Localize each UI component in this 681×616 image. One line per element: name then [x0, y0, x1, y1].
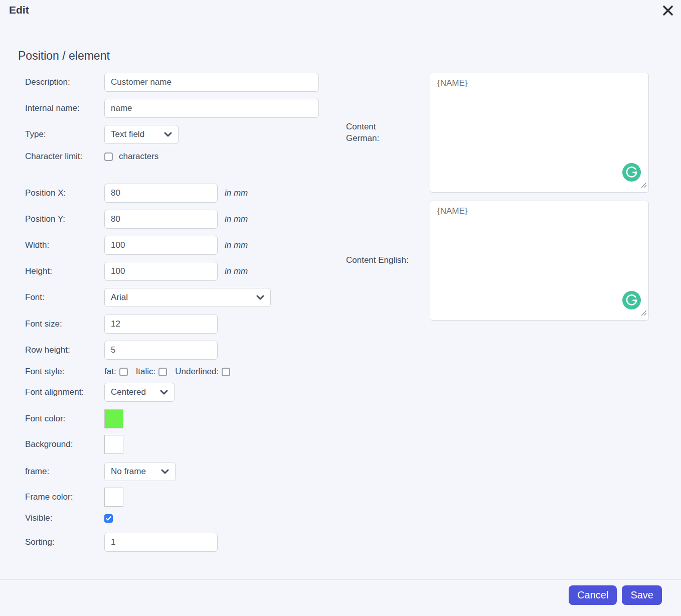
font-select[interactable]: Arial [104, 288, 271, 307]
visible-row: Visible: [25, 513, 320, 523]
content-english-row: Content English: {NAME} [346, 201, 649, 321]
content-english-textarea[interactable]: {NAME} [430, 201, 649, 321]
font-alignment-select-value: Centered [111, 387, 146, 397]
width-row: Width: in mm [25, 236, 320, 255]
content-german-wrapper: {NAME} [430, 73, 649, 193]
font-alignment-select[interactable]: Centered [104, 383, 175, 402]
chevron-down-icon [161, 467, 169, 477]
background-label: Background: [25, 439, 104, 449]
close-button[interactable] [661, 4, 675, 18]
frame-color-swatch[interactable] [104, 488, 123, 507]
dialog-header: Edit [0, 0, 681, 16]
frame-row: frame: No frame [25, 462, 320, 481]
content-german-label: Content German: [346, 121, 430, 144]
font-color-row: Font color: [25, 409, 320, 428]
content-english-label: Content English: [346, 255, 430, 266]
type-select[interactable]: Text field [104, 125, 179, 144]
underlined-label: Underlined: [175, 367, 219, 377]
cancel-button[interactable]: Cancel [569, 585, 617, 605]
frame-select-value: No frame [111, 467, 146, 477]
font-size-row: Font size: [25, 315, 320, 334]
internal-name-row: Internal name: [25, 99, 320, 118]
position-x-label: Position X: [25, 188, 104, 198]
close-icon [661, 4, 674, 19]
visible-label: Visible: [25, 513, 104, 523]
italic-label: Italic: [136, 367, 156, 377]
chevron-down-icon [256, 292, 264, 302]
row-height-input[interactable] [104, 341, 218, 360]
fat-label: fat: [104, 367, 116, 377]
position-y-input[interactable] [104, 210, 218, 229]
height-unit: in mm [225, 266, 248, 276]
grammarly-icon[interactable] [622, 163, 641, 182]
visible-checkbox[interactable] [104, 514, 113, 523]
internal-name-input[interactable] [104, 99, 319, 118]
font-label: Font: [25, 292, 104, 302]
type-row: Type: Text field [25, 125, 320, 144]
resize-handle-icon[interactable] [640, 309, 647, 318]
sorting-label: Sorting: [25, 537, 104, 547]
position-x-row: Position X: in mm [25, 184, 320, 203]
height-row: Height: in mm [25, 262, 320, 281]
frame-label: frame: [25, 467, 104, 477]
italic-checkbox[interactable] [158, 368, 167, 376]
position-element-form: Description: Internal name: Type: Text f… [25, 73, 320, 559]
font-color-label: Font color: [25, 414, 104, 424]
frame-color-row: Frame color: [25, 488, 320, 507]
description-label: Description: [25, 77, 104, 87]
position-y-row: Position Y: in mm [25, 210, 320, 229]
font-row: Font: Arial [25, 288, 320, 307]
underlined-checkbox[interactable] [222, 368, 230, 376]
font-size-input[interactable] [104, 315, 218, 334]
description-input[interactable] [104, 73, 319, 92]
background-row: Background: [25, 435, 320, 454]
type-select-value: Text field [111, 129, 144, 139]
edit-dialog: { "window": { "title": "Edit" }, "sectio… [0, 0, 681, 616]
content-german-textarea[interactable]: {NAME} [430, 73, 649, 193]
position-x-unit: in mm [225, 188, 248, 198]
save-button[interactable]: Save [622, 585, 662, 605]
description-row: Description: [25, 73, 320, 92]
font-size-label: Font size: [25, 319, 104, 329]
font-style-italic-group: Italic: [136, 367, 167, 377]
font-select-value: Arial [111, 292, 128, 302]
fat-checkbox[interactable] [119, 368, 128, 376]
row-height-label: Row height: [25, 345, 104, 355]
character-limit-suffix: characters [119, 151, 158, 162]
section-title: Position / element [18, 49, 681, 63]
frame-select[interactable]: No frame [104, 462, 176, 481]
font-alignment-label: Font alignment: [25, 387, 104, 397]
position-x-input[interactable] [104, 184, 218, 203]
font-alignment-row: Font alignment: Centered [25, 383, 320, 402]
grammarly-icon[interactable] [622, 291, 641, 310]
content-english-wrapper: {NAME} [430, 201, 649, 321]
background-color-swatch[interactable] [104, 435, 123, 454]
resize-handle-icon[interactable] [640, 181, 647, 190]
checkmark-icon [106, 516, 111, 521]
width-input[interactable] [104, 236, 218, 255]
position-y-unit: in mm [225, 214, 248, 224]
character-limit-checkbox[interactable] [104, 152, 113, 161]
width-label: Width: [25, 240, 104, 250]
dialog-footer: Cancel Save [0, 579, 681, 616]
width-unit: in mm [225, 240, 248, 250]
frame-color-label: Frame color: [25, 492, 104, 502]
height-input[interactable] [104, 262, 218, 281]
dialog-body: Description: Internal name: Type: Text f… [0, 73, 681, 579]
sorting-input[interactable] [104, 533, 218, 552]
content-column: Content German: {NAME} Content English [346, 73, 649, 329]
font-style-fat-group: fat: [104, 367, 128, 377]
content-german-row: Content German: {NAME} [346, 73, 649, 193]
font-style-row: Font style: fat: Italic: Underlined: [25, 367, 320, 377]
dialog-title: Edit [9, 4, 29, 16]
internal-name-label: Internal name: [25, 103, 104, 113]
height-label: Height: [25, 266, 104, 276]
chevron-down-icon [160, 387, 168, 397]
chevron-down-icon [164, 129, 172, 139]
font-color-swatch[interactable] [104, 409, 123, 428]
row-height-row: Row height: [25, 341, 320, 360]
type-label: Type: [25, 129, 104, 139]
character-limit-row: Character limit: characters [25, 151, 320, 162]
font-style-underlined-group: Underlined: [175, 367, 230, 377]
position-y-label: Position Y: [25, 214, 104, 224]
